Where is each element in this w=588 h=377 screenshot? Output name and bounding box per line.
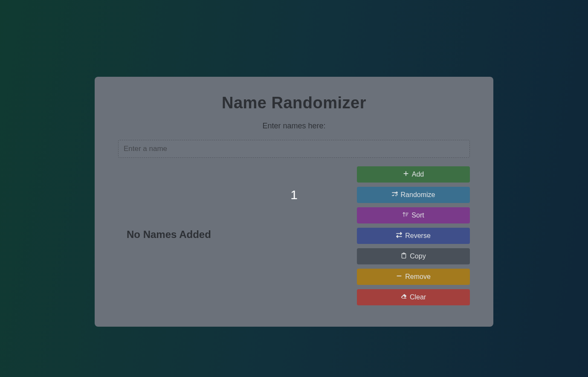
randomize-button[interactable]: Randomize (357, 187, 470, 203)
copy-button[interactable]: Copy (357, 248, 470, 264)
app-title: Name Randomizer (118, 94, 470, 112)
remove-button[interactable]: Remove (357, 269, 470, 285)
exchange-icon (396, 232, 402, 240)
clear-button-label: Clear (410, 293, 426, 301)
sort-icon (403, 212, 408, 219)
sort-button[interactable]: Sort (357, 207, 470, 223)
randomize-button-label: Randomize (401, 191, 435, 199)
sort-button-label: Sort (411, 212, 424, 219)
remove-button-label: Remove (405, 273, 431, 281)
action-buttons-column: Add Randomize Sort (357, 166, 470, 305)
reverse-button[interactable]: Reverse (357, 228, 470, 244)
add-button-label: Add (412, 171, 424, 178)
modal-overlay: Name Randomizer Enter names here: No Nam… (0, 0, 588, 377)
name-input[interactable] (118, 140, 470, 158)
plus-icon (403, 171, 409, 178)
minus-icon (396, 273, 402, 281)
names-list-pane: No Names Added (118, 166, 340, 303)
eraser-icon (401, 293, 407, 301)
clipboard-icon (401, 252, 407, 260)
input-prompt: Enter names here: (118, 122, 470, 130)
reverse-button-label: Reverse (405, 232, 431, 240)
shuffle-icon (392, 191, 398, 199)
clear-button[interactable]: Clear (357, 289, 470, 305)
app-card: Name Randomizer Enter names here: No Nam… (95, 77, 493, 327)
content-row: No Names Added Add Randomize (118, 166, 470, 305)
add-button[interactable]: Add (357, 166, 470, 183)
empty-state-message: No Names Added (127, 229, 211, 241)
copy-button-label: Copy (410, 252, 426, 260)
